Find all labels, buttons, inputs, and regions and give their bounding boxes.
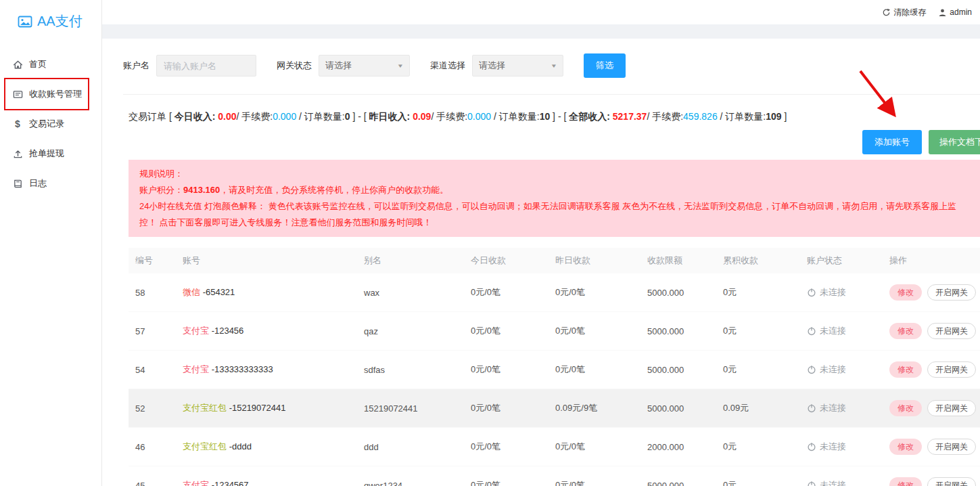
gateway-status-select[interactable]: 请选择 ▼ — [319, 55, 410, 76]
content-card: 账户名 网关状态 请选择 ▼ 渠道选择 请选择 ▼ 筛选 交易订单 [ 今日收入… — [101, 39, 980, 486]
status-label: 未连接 — [820, 402, 846, 414]
status-badge: 未连接 — [807, 441, 876, 453]
sidebar-item-2[interactable]: $交易记录 — [5, 109, 88, 139]
cell-actions: 修改开启网关账号成功率删除 — [883, 389, 980, 428]
open-gateway-button[interactable]: 开启网关 — [927, 361, 976, 378]
cell-account: 支付宝红包 -15219072441 — [176, 389, 357, 428]
account-type-label: 支付宝 — [183, 364, 212, 374]
cell-id: 46 — [129, 428, 176, 466]
filter-button[interactable]: 筛选 — [584, 53, 626, 78]
account-name-input[interactable] — [156, 55, 256, 76]
cell-status: 未连接 — [800, 389, 883, 428]
points-suffix: ，请及时充值，负分系统将停机，停止你商户的收款功能。 — [220, 185, 448, 195]
column-header-6: 累积收款 — [716, 248, 800, 273]
gateway-status-label: 网关状态 — [277, 60, 312, 72]
open-gateway-button[interactable]: 开启网关 — [927, 477, 976, 486]
open-gateway-button[interactable]: 开启网关 — [927, 284, 976, 301]
summary-segment: 交易订单 [ — [129, 111, 174, 122]
channel-select-label: 渠道选择 — [430, 60, 465, 72]
table-row: 57支付宝 -123456qaz0元/0笔0元/0笔5000.0000元未连接修… — [129, 312, 980, 351]
summary-segment: / 订单数量: — [718, 111, 766, 122]
topbar: 清除缓存 admin — [101, 0, 980, 24]
notice-title: 规则说明： — [139, 166, 969, 182]
open-gateway-button[interactable]: 开启网关 — [927, 323, 976, 339]
edit-button[interactable]: 修改 — [889, 477, 922, 486]
notice-points-line: 账户积分：9413.160，请及时充值，负分系统将停机，停止你商户的收款功能。 — [139, 182, 969, 198]
channel-select[interactable]: 请选择 ▼ — [472, 55, 563, 76]
cell-today: 0元/0笔 — [464, 428, 549, 466]
summary-segment: / 订单数量: — [296, 111, 345, 122]
cell-today: 0元/0笔 — [464, 312, 549, 351]
cell-alias: qaz — [357, 312, 464, 351]
account-number: -15219072441 — [229, 403, 286, 413]
sidebar-item-label: 抢单提现 — [29, 148, 64, 160]
account-type-label: 支付宝红包 — [183, 403, 229, 413]
cell-account: 支付宝 -133333333333 — [176, 351, 357, 389]
cell-alias: wax — [357, 273, 464, 312]
sidebar-item-label: 日志 — [29, 177, 47, 190]
cell-actions: 修改开启网关账号成功率删除 — [883, 273, 980, 312]
summary-segment: 0.000 — [273, 111, 296, 122]
cell-status: 未连接 — [800, 466, 883, 486]
summary-segment: ] — [782, 111, 787, 122]
brand-image-icon — [18, 14, 32, 29]
user-icon — [938, 8, 947, 17]
cell-yesterday: 0.09元/9笔 — [549, 389, 640, 428]
home-icon — [12, 60, 23, 70]
column-header-0: 编号 — [129, 248, 176, 273]
channel-select-value: 请选择 — [479, 60, 505, 72]
main-content: 账户名 网关状态 请选择 ▼ 渠道选择 请选择 ▼ 筛选 交易订单 [ 今日收入… — [101, 39, 980, 486]
column-header-2: 别名 — [357, 248, 464, 273]
summary-segment: ] - [ — [350, 111, 369, 122]
column-header-3: 今日收款 — [464, 248, 549, 273]
transactions-summary: 交易订单 [ 今日收入: 0.00/ 手续费:0.000 / 订单数量:0 ] … — [129, 111, 980, 123]
docs-download-button[interactable]: 操作文档下载 — [929, 130, 980, 154]
cell-account: 支付宝 -123456 — [176, 312, 357, 351]
account-name-label: 账户名 — [123, 60, 149, 72]
edit-button[interactable]: 修改 — [889, 284, 922, 301]
cell-total: 0元 — [716, 312, 800, 351]
sidebar-item-4[interactable]: 日志 — [5, 169, 88, 198]
cell-yesterday: 0元/0笔 — [549, 312, 640, 351]
brand-logo[interactable]: AA支付 — [0, 0, 101, 47]
cell-status: 未连接 — [800, 428, 883, 466]
edit-button[interactable]: 修改 — [889, 323, 922, 339]
sidebar-item-3[interactable]: 抢单提现 — [5, 139, 88, 169]
add-account-button[interactable]: 添加账号 — [862, 130, 922, 154]
power-icon — [807, 403, 816, 414]
sidebar-item-0[interactable]: 首页 — [5, 49, 88, 79]
sidebar: AA支付 首页收款账号管理$交易记录抢单提现日志 — [0, 0, 102, 486]
accounts-table: 编号账号别名今日收款昨日收款收款限额累积收款账户状态操作 58微信 -65432… — [129, 248, 980, 486]
power-icon — [807, 442, 816, 452]
account-type-label: 微信 — [183, 287, 203, 297]
summary-segment: 0.000 — [467, 111, 491, 122]
filter-bar: 账户名 网关状态 请选择 ▼ 渠道选择 请选择 ▼ 筛选 — [123, 53, 980, 95]
account-card-icon — [12, 89, 23, 100]
account-type-label: 支付宝 — [183, 326, 212, 336]
column-header-4: 昨日收款 — [549, 248, 640, 273]
edit-button[interactable]: 修改 — [889, 361, 922, 378]
sidebar-item-1[interactable]: 收款账号管理 — [5, 79, 88, 109]
edit-button[interactable]: 修改 — [889, 400, 922, 416]
status-badge: 未连接 — [807, 479, 876, 486]
table-row: 54支付宝 -133333333333sdfas0元/0笔0元/0笔5000.0… — [129, 351, 980, 389]
cell-status: 未连接 — [800, 351, 883, 389]
user-menu[interactable]: admin — [938, 7, 972, 17]
clear-cache-label: 清除缓存 — [893, 7, 926, 18]
cell-alias: ddd — [357, 428, 464, 466]
cell-yesterday: 0元/0笔 — [549, 273, 640, 312]
edit-button[interactable]: 修改 — [889, 439, 922, 455]
open-gateway-button[interactable]: 开启网关 — [927, 439, 976, 455]
summary-segment: 昨日收入: — [369, 111, 413, 122]
cell-alias: sdfas — [357, 351, 464, 389]
open-gateway-button[interactable]: 开启网关 — [927, 400, 976, 416]
account-number: -123456 — [212, 326, 244, 336]
table-row: 46支付宝红包 -ddddddd0元/0笔0元/0笔2000.0000元未连接修… — [129, 428, 980, 466]
clear-cache-button[interactable]: 清除缓存 — [882, 7, 926, 18]
summary-segment: 0.00 — [218, 111, 236, 122]
table-row: 52支付宝红包 -15219072441152190724410元/0笔0.09… — [129, 389, 980, 428]
cell-id: 52 — [129, 389, 176, 428]
cell-total: 0元 — [716, 428, 800, 466]
log-icon — [12, 179, 23, 189]
summary-segment: 0.09 — [413, 111, 431, 122]
